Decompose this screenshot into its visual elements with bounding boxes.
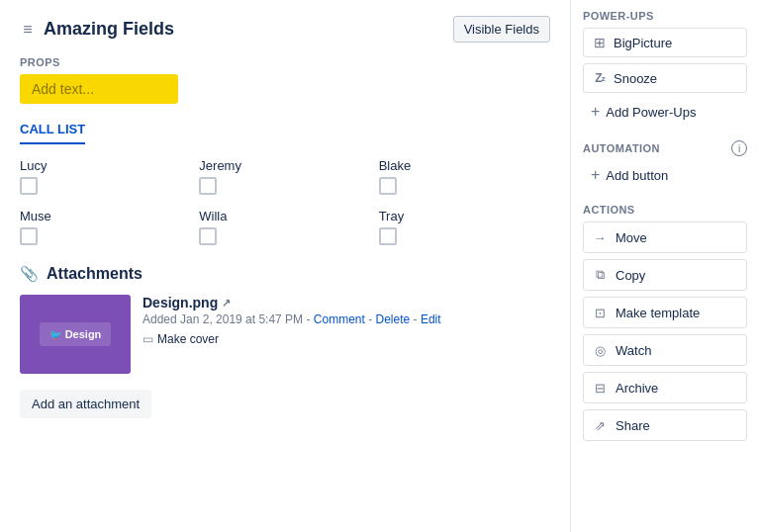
plus-icon: +: [591, 103, 600, 121]
snooze-item[interactable]: Zz Snooze: [583, 63, 747, 93]
list-item: Muse: [20, 209, 191, 245]
checkbox-5[interactable]: [379, 227, 397, 245]
share-label: Share: [616, 418, 650, 433]
section-header: ≡ Amazing Fields Visible Fields: [20, 16, 550, 43]
watch-label: Watch: [616, 343, 651, 358]
attachment-thumb-label: 🐦 Design: [40, 322, 112, 346]
actions-label: Actions: [583, 204, 747, 216]
right-panel: Power-Ups ⊞ BigPicture Zz Snooze + Add P…: [571, 0, 759, 532]
edit-link[interactable]: Edit: [421, 312, 441, 326]
automation-label: Automation: [583, 142, 660, 154]
make-template-action[interactable]: ⊡ Make template: [583, 297, 747, 328]
attachment-filename: Design.png ↗: [142, 295, 550, 310]
checklist-name-4: Willa: [199, 209, 370, 223]
archive-label: Archive: [616, 381, 658, 396]
power-ups-section: Power-Ups ⊞ BigPicture Zz Snooze + Add P…: [583, 10, 747, 125]
move-action[interactable]: → Move: [583, 222, 747, 253]
list-item: Jeremy: [199, 158, 370, 195]
actions-section: Actions → Move ⧉ Copy ⊡ Make template ◎ …: [583, 204, 747, 441]
list-item: Blake: [379, 158, 550, 195]
call-list-tab-label: CALL LIST: [20, 122, 85, 136]
checklist-grid: Lucy Jeremy Blake Muse Willa Tray: [20, 158, 550, 245]
list-item: Tray: [379, 209, 550, 245]
checkbox-2[interactable]: [379, 177, 397, 195]
checklist-name-3: Muse: [20, 209, 191, 223]
zzz-icon: Zz: [592, 70, 608, 86]
card-title-text: Amazing Fields: [44, 19, 174, 40]
bigpicture-item[interactable]: ⊞ BigPicture: [583, 28, 747, 57]
call-list-tab[interactable]: CALL LIST: [20, 116, 85, 144]
attachment-item: 🐦 Design Design.png ↗ Added Jan 2, 2019 …: [20, 295, 550, 374]
delete-link[interactable]: Delete: [376, 312, 411, 326]
info-icon[interactable]: i: [731, 140, 747, 156]
add-power-ups-button[interactable]: + Add Power-Ups: [583, 99, 704, 125]
paperclip-icon: 📎: [20, 265, 39, 283]
grid-icon: ⊞: [592, 35, 608, 50]
external-link-icon: ↗: [222, 297, 231, 310]
checklist-name-0: Lucy: [20, 158, 191, 173]
checkbox-3[interactable]: [20, 227, 38, 245]
props-label: PROPS: [20, 56, 550, 68]
left-panel: ≡ Amazing Fields Visible Fields PROPS Ad…: [0, 0, 571, 532]
checklist-name-2: Blake: [379, 158, 550, 173]
eye-icon: ◎: [592, 342, 608, 358]
copy-label: Copy: [616, 268, 645, 283]
list-item: Willa: [199, 209, 370, 245]
arrow-right-icon: →: [592, 229, 608, 245]
attachment-meta: Added Jan 2, 2019 at 5:47 PM - Comment -…: [142, 312, 550, 326]
automation-section: Automation i + Add button: [583, 140, 747, 188]
share-action[interactable]: ⇗ Share: [583, 409, 747, 441]
make-template-label: Make template: [616, 306, 700, 320]
add-text-placeholder: Add text...: [32, 81, 94, 97]
move-label: Move: [616, 230, 647, 245]
list-item: Lucy: [20, 158, 191, 195]
watch-action[interactable]: ◎ Watch: [583, 334, 747, 366]
cover-icon: ▭: [142, 332, 153, 346]
attachment-info: Design.png ↗ Added Jan 2, 2019 at 5:47 P…: [142, 295, 550, 346]
attachment-thumbnail: 🐦 Design: [20, 295, 131, 374]
checklist-name-1: Jeremy: [199, 158, 370, 173]
list-icon: ≡: [20, 22, 36, 38]
automation-header: Automation i: [583, 140, 747, 156]
add-text-input[interactable]: Add text...: [20, 74, 178, 104]
copy-action[interactable]: ⧉ Copy: [583, 259, 747, 291]
attachments-section: 📎 Attachments 🐦 Design Design.png ↗ Adde…: [20, 265, 550, 418]
add-button-label: Add button: [606, 168, 668, 183]
checkbox-1[interactable]: [199, 177, 217, 195]
make-cover-label: Make cover: [157, 332, 219, 346]
card-title: ≡ Amazing Fields: [20, 19, 174, 40]
copy-icon: ⧉: [592, 267, 608, 283]
checkbox-0[interactable]: [20, 177, 38, 195]
plus-circle-icon: +: [591, 166, 600, 184]
template-icon: ⊡: [592, 305, 608, 320]
add-attachment-button[interactable]: Add an attachment: [20, 390, 151, 418]
add-power-ups-label: Add Power-Ups: [606, 105, 696, 120]
attachments-title-text: Attachments: [47, 265, 142, 283]
snooze-label: Snooze: [614, 71, 657, 86]
power-ups-label: Power-Ups: [583, 10, 747, 22]
attachments-title: 📎 Attachments: [20, 265, 550, 283]
comment-link[interactable]: Comment: [314, 312, 365, 326]
checklist-name-5: Tray: [379, 209, 550, 223]
archive-action[interactable]: ⊟ Archive: [583, 372, 747, 403]
share-icon: ⇗: [592, 417, 608, 433]
make-cover-link[interactable]: ▭ Make cover: [142, 332, 550, 346]
bigpicture-label: BigPicture: [614, 36, 672, 50]
checkbox-4[interactable]: [199, 227, 217, 245]
visible-fields-button[interactable]: Visible Fields: [453, 16, 550, 43]
add-automation-button[interactable]: + Add button: [583, 162, 676, 188]
archive-icon: ⊟: [592, 380, 608, 396]
